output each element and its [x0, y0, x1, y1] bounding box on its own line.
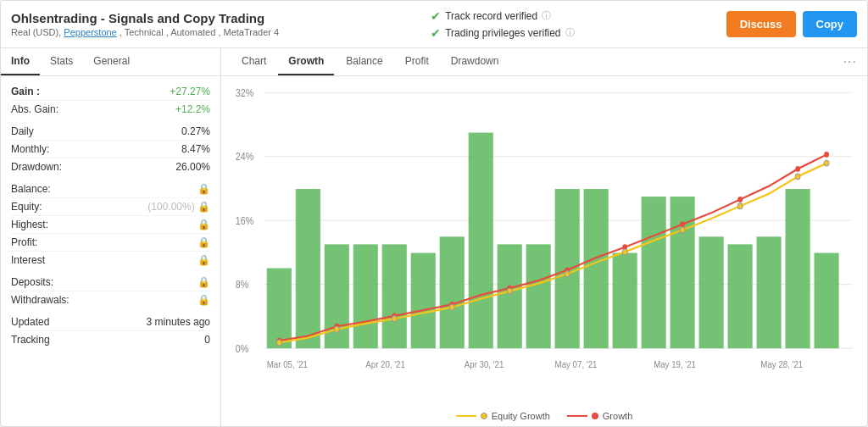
equity-dot-9	[737, 203, 743, 209]
equity-dot-10	[795, 174, 800, 180]
tracking-label: Tracking	[11, 334, 50, 346]
bar-5	[382, 244, 407, 348]
main-body: Info Stats General Gain : +27.27% Abs. G…	[1, 48, 867, 426]
sidebar-row-interest: Interest 🔒	[11, 252, 210, 269]
equity-dot-11	[824, 160, 829, 166]
highest-label: Highest:	[11, 219, 48, 230]
sidebar-row-profit: Profit: 🔒	[11, 234, 210, 252]
verified-track: ✔ Track record verified ⓘ	[431, 9, 574, 23]
tab-balance[interactable]: Balance	[336, 48, 392, 75]
growth-dot-10	[795, 166, 800, 172]
discuss-button[interactable]: Discuss	[726, 11, 796, 37]
equity-dot-6	[565, 271, 570, 277]
growth-dot-8	[680, 221, 685, 227]
svg-text:Apr 20, '21: Apr 20, '21	[365, 358, 405, 369]
highest-value: 🔒	[198, 219, 210, 230]
main-container: Ohlsentrading - Signals and Copy Trading…	[0, 0, 868, 427]
verified-trading: ✔ Trading privileges verified ⓘ	[431, 26, 574, 40]
svg-text:May 28, '21: May 28, '21	[760, 358, 803, 369]
bar-16	[699, 236, 724, 348]
equity-dot-8	[680, 227, 685, 233]
balance-value: 🔒	[198, 183, 210, 195]
updated-value: 3 minutes ago	[147, 316, 210, 328]
verified-track-label: Track record verified	[445, 10, 537, 22]
sidebar-row-daily: Daily 0.27%	[11, 123, 210, 141]
svg-text:32%: 32%	[236, 87, 253, 98]
legend-growth-label: Growth	[603, 411, 632, 421]
bar-19	[786, 189, 810, 348]
sidebar-group-stats: Daily 0.27% Monthly: 8.47% Drawdown: 26.…	[11, 123, 210, 175]
sidebar-row-deposits: Deposits: 🔒	[11, 274, 210, 291]
abs-gain-label: Abs. Gain:	[11, 103, 58, 115]
svg-text:May 07, '21: May 07, '21	[555, 358, 598, 369]
bar-10	[526, 244, 551, 348]
equity-dot-1	[276, 340, 281, 346]
growth-dot-9	[737, 197, 743, 202]
tab-profit[interactable]: Profit	[395, 48, 439, 75]
sidebar-row-withdrawals: Withdrawals: 🔒	[11, 291, 210, 308]
header-subtitle: Real (USD), Pepperstone , Technical , Au…	[11, 27, 279, 37]
subtitle-prefix: Real (USD),	[11, 27, 61, 37]
sidebar-row-highest: Highest: 🔒	[11, 216, 210, 234]
withdrawals-value: 🔒	[198, 294, 210, 306]
svg-text:Apr 30, '21: Apr 30, '21	[465, 358, 504, 369]
sidebar-group-meta: Updated 3 minutes ago Tracking 0	[11, 313, 210, 348]
bar-18	[757, 236, 782, 348]
chart-more-button[interactable]: ···	[843, 54, 857, 69]
updated-label: Updated	[11, 316, 49, 328]
drawdown-label: Drawdown:	[11, 161, 62, 173]
sidebar-row-monthly: Monthly: 8.47%	[11, 141, 210, 158]
interest-value: 🔒	[198, 254, 210, 266]
equity-dot-7	[622, 249, 627, 255]
info-icon-1[interactable]: ⓘ	[542, 9, 551, 22]
broker-link[interactable]: Pepperstone	[64, 27, 116, 37]
sidebar-row-abs-gain: Abs. Gain: +12.2%	[11, 101, 210, 118]
check-icon-2: ✔	[431, 26, 441, 40]
tab-drawdown[interactable]: Drawdown	[441, 48, 509, 75]
profit-label: Profit:	[11, 236, 37, 248]
sidebar-tab-stats[interactable]: Stats	[40, 48, 83, 75]
tab-chart[interactable]: Chart	[231, 48, 276, 75]
sidebar-tab-general[interactable]: General	[83, 48, 140, 75]
legend-growth: Growth	[567, 411, 632, 421]
legend-growth-dot	[592, 413, 598, 419]
sidebar-row-drawdown: Drawdown: 26.00%	[11, 158, 210, 175]
bar-12	[584, 189, 609, 348]
header-verified: ✔ Track record verified ⓘ ✔ Trading priv…	[431, 9, 574, 40]
check-icon-1: ✔	[431, 9, 441, 23]
deposits-value: 🔒	[198, 276, 210, 288]
monthly-label: Monthly:	[11, 143, 49, 155]
abs-gain-value: +12.2%	[175, 103, 210, 115]
bar-7	[440, 236, 465, 348]
tab-growth[interactable]: Growth	[278, 48, 334, 75]
monthly-value: 8.47%	[181, 143, 210, 155]
legend-growth-line	[567, 415, 587, 417]
chart-body: 32% 24% 16% 8% 0%	[221, 76, 867, 426]
header-left: Ohlsentrading - Signals and Copy Trading…	[11, 11, 279, 37]
sidebar-row-tracking: Tracking 0	[11, 331, 210, 348]
equity-dot-3	[392, 316, 397, 322]
svg-text:Mar 05, '21: Mar 05, '21	[267, 358, 308, 369]
sidebar-tab-info[interactable]: Info	[1, 48, 40, 75]
chart-legend: Equity Growth Growth	[231, 408, 857, 423]
sidebar-group-gain: Gain : +27.27% Abs. Gain: +12.2%	[11, 83, 210, 118]
header-actions: Discuss Copy	[726, 11, 857, 37]
legend-equity-dot	[481, 413, 487, 419]
equity-dot-5	[507, 288, 512, 294]
copy-button[interactable]: Copy	[803, 11, 858, 37]
growth-dot-11	[824, 152, 829, 158]
deposits-label: Deposits:	[11, 276, 53, 288]
profit-value: 🔒	[198, 236, 210, 248]
legend-equity-label: Equity Growth	[492, 411, 550, 421]
sidebar-group-deposits: Deposits: 🔒 Withdrawals: 🔒	[11, 274, 210, 308]
sidebar-row-gain: Gain : +27.27%	[11, 83, 210, 101]
daily-value: 0.27%	[181, 125, 210, 137]
sidebar-row-balance: Balance: 🔒	[11, 180, 210, 198]
bar-20	[815, 253, 839, 349]
info-icon-2[interactable]: ⓘ	[565, 26, 575, 39]
gain-value: +27.27%	[170, 86, 210, 97]
chart-area: Chart Growth Balance Profit Drawdown ···	[221, 48, 867, 426]
bar-15	[670, 197, 695, 348]
sidebar-tabs: Info Stats General	[1, 48, 220, 76]
subtitle-suffix: , Technical , Automated , MetaTrader 4	[120, 27, 279, 37]
